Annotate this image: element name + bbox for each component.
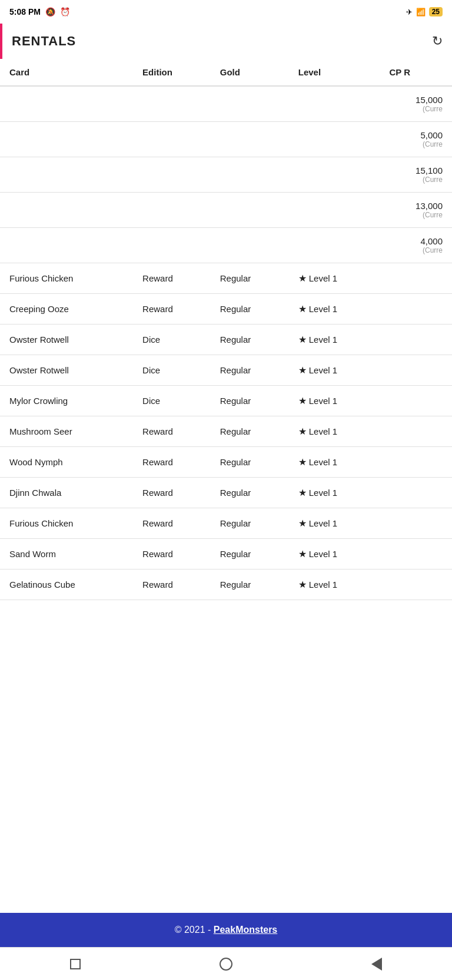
level-cell [289,193,380,228]
level-value: Level 1 [309,273,337,283]
table-row[interactable]: Owster Rotwell Dice Regular ★ Level 1 [0,355,452,386]
star-icon: ★ [298,456,307,468]
cp-cell [380,539,452,570]
edition-cell [133,228,211,263]
star-icon: ★ [298,303,307,314]
card-cell: Wood Nymph [0,447,133,478]
star-icon: ★ [298,579,307,590]
home-button[interactable] [215,953,237,975]
table-row[interactable]: 13,000 (Curre [0,193,452,228]
level-value: Level 1 [309,304,337,314]
cp-sub: (Curre [389,176,443,184]
cp-sub: (Curre [389,211,443,219]
edition-cell: Dice [133,325,211,355]
cp-cell [380,508,452,539]
column-gold: Gold [211,59,289,86]
cp-cell [380,294,452,325]
time-display: 5:08 PM [9,7,41,16]
cp-cell: 13,000 (Curre [380,193,452,228]
cp-value: 15,000 [389,95,443,105]
column-card: Card [0,59,133,86]
rentals-table: Card Edition Gold Level CP R 15,000 (Cur… [0,59,452,600]
gold-cell [211,86,289,122]
level-cell: ★ Level 1 [289,447,380,478]
edition-cell: Reward [133,478,211,508]
gold-cell: Regular [211,355,289,386]
cp-value: 15,100 [389,165,443,176]
rentals-table-container: Card Edition Gold Level CP R 15,000 (Cur… [0,59,452,913]
recent-apps-icon [70,959,81,969]
gold-cell: Regular [211,539,289,570]
table-row[interactable]: Furious Chicken Reward Regular ★ Level 1 [0,508,452,539]
table-row[interactable]: Furious Chicken Reward Regular ★ Level 1 [0,263,452,294]
table-row[interactable]: Owster Rotwell Dice Regular ★ Level 1 [0,325,452,355]
edition-cell: Reward [133,539,211,570]
gold-cell [211,193,289,228]
table-header-row: Card Edition Gold Level CP R [0,59,452,86]
cp-cell [380,325,452,355]
level-value: Level 1 [309,580,337,590]
edition-cell [133,193,211,228]
column-cp: CP R [380,59,452,86]
edition-cell: Reward [133,294,211,325]
refresh-icon[interactable]: ↻ [432,34,443,49]
gold-cell [211,122,289,157]
cp-cell [380,355,452,386]
card-cell [0,157,133,193]
level-cell [289,86,380,122]
table-row[interactable]: Sand Worm Reward Regular ★ Level 1 [0,539,452,570]
table-row[interactable]: Creeping Ooze Reward Regular ★ Level 1 [0,294,452,325]
page-title: RENTALS [12,34,76,49]
recent-apps-button[interactable] [65,953,86,975]
level-cell: ★ Level 1 [289,539,380,570]
table-row[interactable]: 5,000 (Curre [0,122,452,157]
level-value: Level 1 [309,488,337,498]
level-cell: ★ Level 1 [289,263,380,294]
app-header: RENTALS ↻ [0,24,452,59]
table-row[interactable]: Gelatinous Cube Reward Regular ★ Level 1 [0,570,452,600]
level-value: Level 1 [309,457,337,467]
table-row[interactable]: Djinn Chwala Reward Regular ★ Level 1 [0,478,452,508]
status-left: 5:08 PM 🔕 ⏰ [9,7,70,16]
gold-cell: Regular [211,570,289,600]
table-row[interactable]: 15,000 (Curre [0,86,452,122]
star-icon: ★ [298,518,307,529]
edition-cell: Reward [133,447,211,478]
edition-cell [133,122,211,157]
level-cell: ★ Level 1 [289,508,380,539]
cp-sub: (Curre [389,246,443,254]
level-value: Level 1 [309,396,337,406]
alarm-icon: ⏰ [60,7,70,16]
card-cell: Furious Chicken [0,263,133,294]
status-bar: 5:08 PM 🔕 ⏰ ✈ 📶 25 [0,0,452,24]
card-cell: Creeping Ooze [0,294,133,325]
table-row[interactable]: Wood Nymph Reward Regular ★ Level 1 [0,447,452,478]
table-row[interactable]: Mylor Crowling Dice Regular ★ Level 1 [0,386,452,416]
airplane-icon: ✈ [406,8,413,16]
home-icon [220,958,232,971]
card-cell: Gelatinous Cube [0,570,133,600]
edition-cell: Reward [133,416,211,447]
back-button[interactable] [366,953,387,975]
level-cell [289,157,380,193]
table-row[interactable]: 4,000 (Curre [0,228,452,263]
level-cell: ★ Level 1 [289,355,380,386]
edition-cell: Reward [133,570,211,600]
card-cell: Furious Chicken [0,508,133,539]
notification-off-icon: 🔕 [45,7,55,16]
level-value: Level 1 [309,518,337,528]
level-cell: ★ Level 1 [289,294,380,325]
page-footer: © 2021 - PeakMonsters [0,913,452,947]
gold-cell: Regular [211,447,289,478]
battery-badge: 25 [429,7,443,16]
gold-cell: Regular [211,416,289,447]
level-cell: ★ Level 1 [289,478,380,508]
card-cell: Sand Worm [0,539,133,570]
table-row[interactable]: Mushroom Seer Reward Regular ★ Level 1 [0,416,452,447]
cp-cell [380,447,452,478]
table-row[interactable]: 15,100 (Curre [0,157,452,193]
cp-cell [380,570,452,600]
level-cell [289,122,380,157]
peakmonsters-link[interactable]: PeakMonsters [214,925,278,935]
card-cell [0,193,133,228]
